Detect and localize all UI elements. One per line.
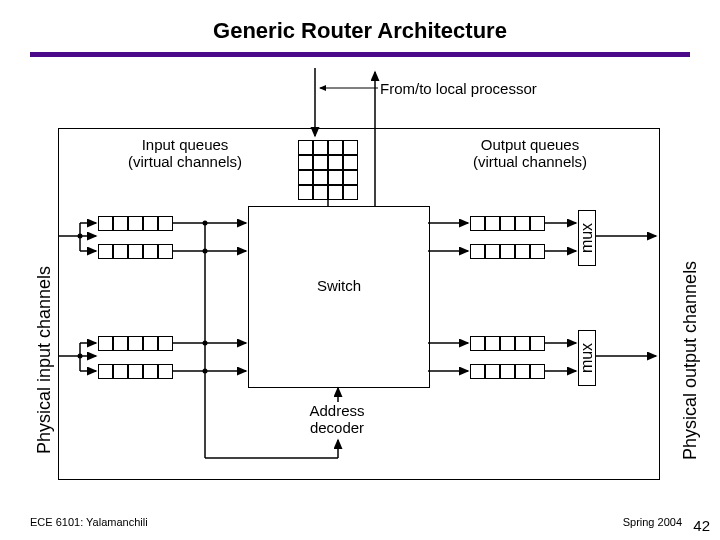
switch-box: Switch [248,206,430,388]
switch-label: Switch [317,277,361,294]
local-queue [298,140,358,200]
physical-output-label: Physical output channels [680,261,701,460]
page-title: Generic Router Architecture [0,0,720,52]
input-q-line1: Input queues [142,136,229,153]
input-queue-2a [98,336,173,351]
input-q-line2: (virtual channels) [128,153,242,170]
output-queue-1b [470,244,545,259]
title-underline [30,52,690,57]
input-queue-1b [98,244,173,259]
local-processor-label: From/to local processor [380,80,640,97]
mux-1-label: mux [578,223,596,253]
footer-right: Spring 2004 [623,516,682,528]
output-queue-1a [470,216,545,231]
addr-dec-line2: decoder [310,419,364,436]
input-queues-label: Input queues (virtual channels) [100,136,270,170]
output-queues-label: Output queues (virtual channels) [440,136,620,170]
page-number: 42 [693,517,710,534]
addr-dec-line1: Address [309,402,364,419]
input-queue-1a [98,216,173,231]
address-decoder-label: Address decoder [282,402,392,436]
output-q-line2: (virtual channels) [473,153,587,170]
mux-2: mux [578,330,596,386]
output-q-line1: Output queues [481,136,579,153]
mux-1: mux [578,210,596,266]
physical-input-label: Physical input channels [34,266,55,454]
diagram-area: From/to local processor Input queues (vi… [20,58,700,490]
output-queue-2a [470,336,545,351]
footer-left: ECE 6101: Yalamanchili [30,516,148,528]
mux-2-label: mux [578,343,596,373]
output-queue-2b [470,364,545,379]
input-queue-2b [98,364,173,379]
